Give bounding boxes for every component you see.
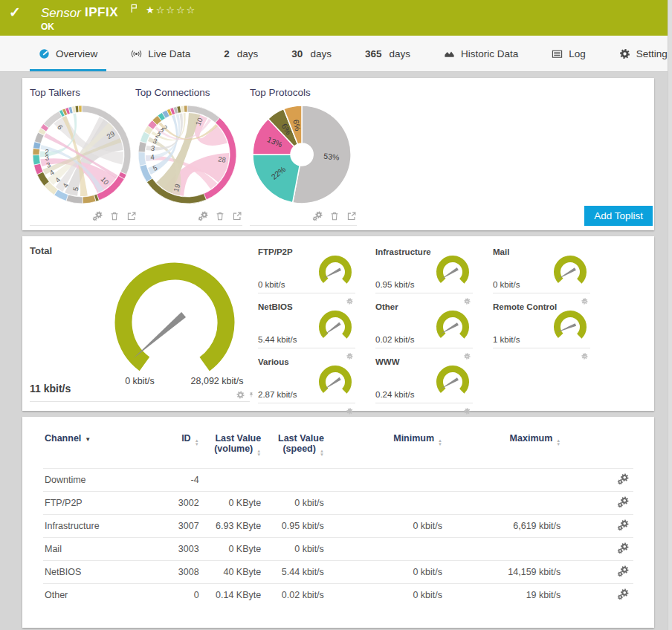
cell-id: 3008 xyxy=(155,561,200,584)
column-label: Maximum xyxy=(510,433,553,444)
toplist-settings-icon[interactable] xyxy=(198,211,208,221)
toplist-delete-icon[interactable] xyxy=(109,211,120,221)
cell-volume: 0.14 KByte xyxy=(201,584,263,607)
tab-overview[interactable]: Overview xyxy=(39,36,97,71)
tab-number: 30 xyxy=(291,48,303,59)
table-row-infrastructure: Infrastructure30076.93 KByte0.95 kbit/s0… xyxy=(43,515,633,538)
tab-label: Settings xyxy=(636,48,672,59)
mini-gauge-label: Remote Control xyxy=(493,302,557,311)
cell-volume: 0 KByte xyxy=(201,538,263,561)
table-row-ftp-p2p: FTP/P2P30020 KByte0 kbit/s xyxy=(43,492,633,515)
toplist-open-icon[interactable] xyxy=(232,211,242,221)
cell-channel: Infrastructure xyxy=(43,515,155,538)
channels-table: Channel▼ID▲▼Last Value (volume)▲▼Last Va… xyxy=(43,432,633,606)
table-body: Downtime-4 FTP/P2P30020 KByte0 kbit/s In… xyxy=(43,469,633,607)
toplist-settings-icon[interactable] xyxy=(312,211,323,221)
gear-icon xyxy=(619,48,630,59)
svg-text:53%: 53% xyxy=(323,152,340,162)
cell-min: 0 kbit/s xyxy=(326,561,444,584)
top-connections-chord-chart[interactable]: 1028195433222 xyxy=(135,101,239,208)
sort-icon: ▲▼ xyxy=(438,439,442,446)
tab-number: 365 xyxy=(365,48,382,59)
channel-settings-icon[interactable] xyxy=(617,473,629,485)
channel-settings-icon[interactable] xyxy=(617,588,629,600)
mini-gauge-mail: Mail0 kbit/s xyxy=(493,247,590,293)
top-protocols-donut-chart[interactable]: 53%22%13%6%6% xyxy=(250,101,354,208)
total-gauge-label: Total xyxy=(30,245,52,256)
scrollbar-gutter[interactable] xyxy=(668,0,672,630)
cell-speed: 5.44 kbit/s xyxy=(262,561,326,584)
column-header-id[interactable]: ID▲▼ xyxy=(155,432,200,469)
channel-settings-icon[interactable] xyxy=(617,496,629,508)
channel-settings-icon[interactable] xyxy=(617,565,629,577)
column-header-last-value-volume-[interactable]: Last Value (volume)▲▼ xyxy=(201,432,263,469)
mini-gauge-value: 5.44 kbit/s xyxy=(258,335,297,344)
toplist-title: Top Talkers xyxy=(30,87,137,98)
priority-stars[interactable]: ★☆☆☆☆ xyxy=(146,4,196,16)
table-row-downtime: Downtime-4 xyxy=(43,469,633,492)
svg-text:28: 28 xyxy=(217,155,226,164)
sort-icon: ▲▼ xyxy=(556,439,560,446)
cell-id: 3007 xyxy=(155,515,200,538)
column-header-minimum[interactable]: Minimum▲▼ xyxy=(326,432,444,469)
cell-min: 0 kbit/s xyxy=(326,584,444,607)
toplist-title: Top Connections xyxy=(135,87,242,98)
cell-actions xyxy=(562,469,633,492)
cell-speed: 0 kbit/s xyxy=(262,492,326,515)
cell-max xyxy=(444,469,562,492)
channel-settings-icon[interactable] xyxy=(617,519,629,531)
toplist-title: Top Protocols xyxy=(250,87,357,98)
mini-gauge-netbios: NetBIOS5.44 kbit/s xyxy=(258,302,355,348)
top-talkers-chord-chart[interactable]: 291054443326 xyxy=(30,101,134,208)
table-head: Channel▼ID▲▼Last Value (volume)▲▼Last Va… xyxy=(43,432,633,469)
total-gauge-scale-min: 0 kbit/s xyxy=(113,376,167,386)
cell-id: 0 xyxy=(155,584,200,607)
tab-2-days[interactable]: 2days xyxy=(224,36,258,71)
cell-volume: 0 KByte xyxy=(201,492,263,515)
tab-log[interactable]: Log xyxy=(552,36,586,71)
cell-channel: Mail xyxy=(43,538,155,561)
tab-365-days[interactable]: 365days xyxy=(365,36,410,71)
mini-gauge-other: Other0.02 kbit/s xyxy=(375,302,473,348)
tab-30-days[interactable]: 30days xyxy=(291,36,332,71)
gauge-settings-icon[interactable] xyxy=(236,389,245,402)
chart-icon xyxy=(444,48,455,59)
cell-actions xyxy=(562,538,633,561)
cell-id: -4 xyxy=(155,469,200,492)
mini-gauge-label: Mail xyxy=(493,247,509,256)
add-toplist-button[interactable]: Add Toplist xyxy=(584,206,653,226)
toplist-open-icon[interactable] xyxy=(346,211,357,221)
column-header-maximum[interactable]: Maximum▲▼ xyxy=(444,432,562,469)
cell-min: 0 kbit/s xyxy=(326,515,444,538)
toplist-top-connections: Top Connections 1028195433222 xyxy=(135,85,242,226)
toplist-delete-icon[interactable] xyxy=(329,211,340,221)
toplist-icon-row xyxy=(135,211,242,226)
tab-settings[interactable]: Settings xyxy=(619,36,672,71)
toplist-delete-icon[interactable] xyxy=(215,211,225,221)
cell-volume xyxy=(201,469,263,492)
cell-min xyxy=(326,469,444,492)
tab-live-data[interactable]: Live Data xyxy=(131,36,190,71)
cell-actions xyxy=(562,584,633,607)
mini-gauge-www: WWW0.24 kbit/s xyxy=(375,357,473,403)
flag-icon[interactable] xyxy=(128,3,139,17)
gauge-pin-icon[interactable] xyxy=(248,389,255,402)
table-row-other: Other00.14 KByte0.02 kbit/s0 kbit/s19 kb… xyxy=(43,584,633,607)
tab-label: days xyxy=(310,48,332,59)
column-header-last-value-speed-[interactable]: Last Value (speed)▲▼ xyxy=(262,432,326,469)
tab-historic-data[interactable]: Historic Data xyxy=(444,36,518,71)
svg-text:4: 4 xyxy=(150,153,155,161)
mini-gauge-value: 0.95 kbit/s xyxy=(375,280,414,289)
broadcast-icon xyxy=(131,48,142,59)
tab-label: Log xyxy=(569,48,586,59)
toplist-settings-icon[interactable] xyxy=(92,211,103,221)
cell-speed: 0.95 kbit/s xyxy=(262,515,326,538)
sensor-type-label: Sensor xyxy=(41,6,81,21)
cell-id: 3003 xyxy=(155,538,200,561)
column-header-channel[interactable]: Channel▼ xyxy=(43,432,155,469)
toplist-icon-row xyxy=(30,211,137,226)
cell-speed xyxy=(262,469,326,492)
mini-gauge-value: 1 kbit/s xyxy=(493,335,520,344)
sensor-name: IPFIX xyxy=(85,5,118,20)
channel-settings-icon[interactable] xyxy=(617,542,629,554)
